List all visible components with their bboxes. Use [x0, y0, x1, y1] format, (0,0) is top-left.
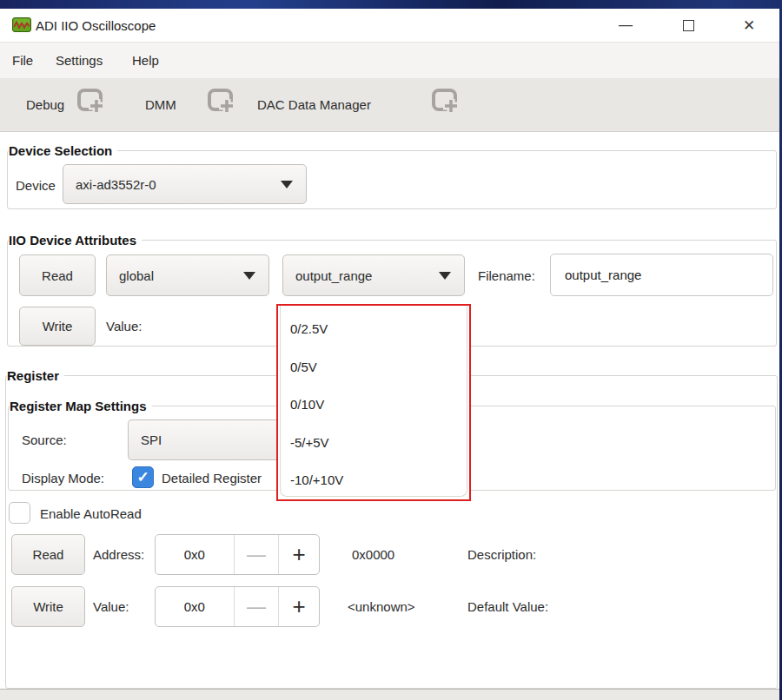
dropdown-option[interactable]: 0/10V: [278, 386, 469, 424]
enable-autoread-checkbox[interactable]: [9, 502, 30, 524]
app-icon: [12, 17, 31, 36]
minimize-button[interactable]: —: [613, 13, 639, 37]
tab-bar: Debug DMM DAC Data Manager: [0, 78, 779, 132]
chevron-down-icon: [243, 272, 255, 280]
value-spinbox-input[interactable]: 0x0: [156, 587, 234, 626]
source-combobox-value: SPI: [141, 433, 162, 447]
tab-dac-data-manager[interactable]: DAC Data Manager: [257, 87, 371, 122]
attr-write-button[interactable]: Write: [19, 307, 96, 346]
spin-plus-button[interactable]: +: [278, 535, 319, 574]
close-icon: ✕: [743, 17, 755, 35]
menu-file[interactable]: File: [12, 53, 33, 68]
address-spinbox: 0x0 — +: [155, 534, 320, 575]
value-label: Value:: [93, 586, 129, 627]
display-mode-option-label: Detailed Register: [162, 466, 262, 489]
attr-name-combobox[interactable]: output_range: [282, 254, 465, 296]
detach-tab-icon[interactable]: [76, 87, 106, 118]
dropdown-option[interactable]: -10/+10V: [278, 461, 469, 499]
menu-help[interactable]: Help: [132, 53, 159, 68]
description-label: Description:: [467, 534, 536, 575]
device-combobox[interactable]: axi-ad3552r-0: [63, 164, 307, 204]
attr-name-value: output_range: [295, 268, 372, 283]
device-combobox-value: axi-ad3552r-0: [76, 177, 156, 192]
filename-input[interactable]: output_range: [550, 254, 773, 296]
maximize-icon: [683, 20, 694, 31]
minimize-icon: —: [619, 17, 633, 33]
spin-minus-button[interactable]: —: [234, 587, 279, 626]
device-selection-frame-label: Device Selection: [9, 143, 117, 158]
value-spinbox: 0x0 — +: [155, 586, 320, 627]
detailed-register-checkbox[interactable]: ✓: [132, 466, 154, 488]
filename-label: Filename:: [478, 254, 535, 296]
register-frame-label: Register: [7, 368, 64, 383]
address-label: Address:: [93, 534, 144, 575]
address-readout: 0x0000: [352, 534, 394, 575]
attr-read-button[interactable]: Read: [19, 254, 96, 296]
source-combobox[interactable]: SPI: [128, 419, 285, 460]
register-write-button[interactable]: Write: [11, 586, 85, 627]
dropdown-option[interactable]: 0/5V: [278, 348, 469, 386]
menu-settings[interactable]: Settings: [56, 53, 103, 68]
default-value-label: Default Value:: [467, 586, 548, 627]
window-title: ADI IIO Oscilloscope: [36, 18, 156, 33]
attr-value-label: Value:: [106, 307, 142, 346]
device-label: Device: [16, 167, 56, 203]
dropdown-option[interactable]: -5/+5V: [278, 424, 469, 462]
iio-attributes-frame-label: IIO Device Attributes: [9, 233, 142, 248]
display-mode-label: Display Mode:: [22, 466, 104, 489]
register-map-settings-frame-label: Register Map Settings: [10, 399, 152, 413]
attr-group-combobox[interactable]: global: [106, 254, 269, 296]
spin-minus-button[interactable]: —: [234, 535, 279, 574]
checkmark-icon: ✓: [136, 468, 149, 486]
tab-debug[interactable]: Debug: [26, 87, 64, 122]
address-spinbox-input[interactable]: 0x0: [156, 535, 234, 574]
chevron-down-icon: [281, 181, 293, 188]
source-label: Source:: [22, 419, 67, 460]
value-readout: <unknown>: [348, 586, 415, 627]
filename-input-value: output_range: [565, 267, 641, 282]
tab-dmm[interactable]: DMM: [145, 87, 176, 122]
enable-autoread-label: Enable AutoRead: [40, 502, 142, 525]
close-button[interactable]: ✕: [736, 13, 762, 37]
maximize-button[interactable]: [675, 13, 701, 37]
menu-bar: File Settings Help: [0, 43, 779, 78]
detach-tab-icon[interactable]: [431, 87, 461, 118]
dropdown-option[interactable]: 0/2.5V: [278, 310, 469, 348]
window-bottom-edge: [0, 689, 779, 700]
attr-group-value: global: [119, 268, 154, 283]
chevron-down-icon: [439, 272, 451, 280]
register-read-button[interactable]: Read: [11, 534, 85, 575]
title-bar: ADI IIO Oscilloscope — ✕: [0, 9, 779, 43]
output-range-dropdown-popup: 0/2.5V 0/5V 0/10V -5/+5V -10/+10V: [276, 304, 471, 501]
detach-tab-icon[interactable]: [207, 87, 236, 118]
spin-plus-button[interactable]: +: [278, 587, 319, 626]
